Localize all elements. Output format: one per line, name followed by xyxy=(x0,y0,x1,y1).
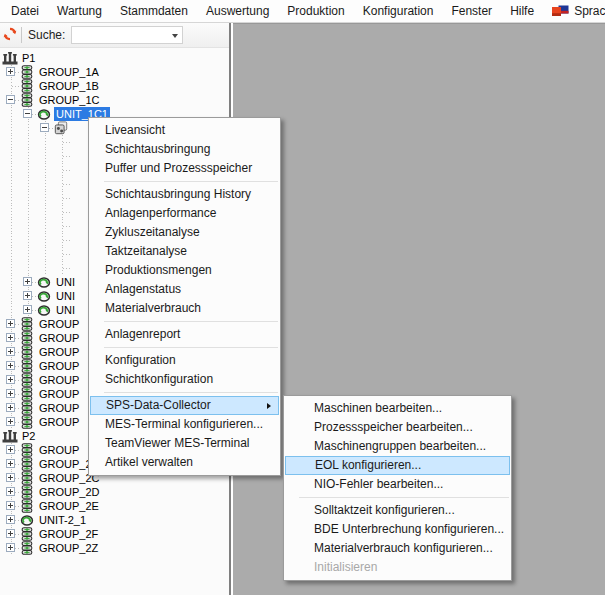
expand-icon[interactable] xyxy=(6,515,15,524)
refresh-icon[interactable] xyxy=(3,27,17,44)
menu-item-prozessspeicher-bearbeiten[interactable]: Prozessspeicher bearbeiten... xyxy=(284,418,511,437)
menu-item-anlagenperformance[interactable]: Anlagenperformance xyxy=(89,204,280,223)
menu-item-konfiguration[interactable]: Konfiguration xyxy=(89,351,280,370)
tree-node-p1[interactable]: P1 xyxy=(0,51,229,65)
expand-icon[interactable] xyxy=(6,445,15,454)
collapse-icon[interactable] xyxy=(6,95,15,104)
chevron-down-icon[interactable] xyxy=(172,34,178,38)
menu-item-nio-fehler-bearbeiten[interactable]: NIO-Fehler bearbeiten... xyxy=(284,475,511,494)
expand-icon[interactable] xyxy=(23,305,32,314)
tree-node-label: GROUP_2D xyxy=(37,485,102,499)
group-icon xyxy=(19,345,35,359)
tree-connector xyxy=(36,205,53,219)
tree-connector xyxy=(19,219,36,233)
expand-icon[interactable] xyxy=(6,501,15,510)
menubar-item-hilfe[interactable]: Hilfe xyxy=(501,1,543,21)
tree-node-unit-2_1[interactable]: UNIT-2_1 xyxy=(0,513,229,527)
tree-node-group_1c[interactable]: GROUP_1C xyxy=(0,93,229,107)
tree-node-group_2z[interactable]: GROUP_2Z xyxy=(0,541,229,555)
tree-connector xyxy=(19,121,36,135)
menubar-item-fenster[interactable]: Fenster xyxy=(442,1,501,21)
tree-connector xyxy=(53,205,70,219)
tree-connector xyxy=(2,359,19,373)
menubar-item-auswertung[interactable]: Auswertung xyxy=(197,1,278,21)
menu-item-maschinengruppen-bearbeiten[interactable]: Maschinengruppen bearbeiten... xyxy=(284,437,511,456)
tree-connector xyxy=(53,163,70,177)
tree-node-group_2e[interactable]: GROUP_2E xyxy=(0,499,229,513)
search-input[interactable] xyxy=(72,28,164,42)
expand-icon[interactable] xyxy=(6,333,15,342)
menu-item-sps-data-collector[interactable]: SPS-Data-Collector xyxy=(90,396,279,415)
menu-item-produktionsmengen[interactable]: Produktionsmengen xyxy=(89,261,280,280)
menubar-item-stammdaten[interactable]: Stammdaten xyxy=(111,1,197,21)
menu-item-materialverbrauch[interactable]: Materialverbrauch xyxy=(89,299,280,318)
group-icon xyxy=(19,331,35,345)
menu-item-artikel-verwalten[interactable]: Artikel verwalten xyxy=(89,453,280,472)
expand-icon[interactable] xyxy=(6,403,15,412)
expand-icon[interactable] xyxy=(6,543,15,552)
expand-icon[interactable] xyxy=(6,473,15,482)
tree-connector xyxy=(53,219,70,233)
expand-icon[interactable] xyxy=(6,375,15,384)
expand-icon[interactable] xyxy=(6,347,15,356)
tree-connector xyxy=(2,485,19,499)
expand-icon[interactable] xyxy=(23,277,32,286)
menu-item-schichtausbringung-history[interactable]: Schichtausbringung History xyxy=(89,185,280,204)
menubar-item-konfiguration[interactable]: Konfiguration xyxy=(354,1,443,21)
menu-item-materialverbrauch-konfigurieren[interactable]: Materialverbrauch konfigurieren... xyxy=(284,539,511,558)
menu-item-schichtausbringung[interactable]: Schichtausbringung xyxy=(89,140,280,159)
tree-connector xyxy=(36,191,53,205)
tree-node-label: GROUP xyxy=(37,373,81,387)
menu-item-anlagenstatus[interactable]: Anlagenstatus xyxy=(89,280,280,299)
group-icon xyxy=(19,443,35,457)
unit-icon xyxy=(36,107,52,121)
group-icon xyxy=(19,485,35,499)
expand-icon[interactable] xyxy=(6,67,15,76)
menu-item-liveansicht[interactable]: Liveansicht xyxy=(89,121,280,140)
expand-icon[interactable] xyxy=(6,529,15,538)
expand-icon[interactable] xyxy=(6,417,15,426)
tree-connector xyxy=(19,261,36,275)
expand-icon[interactable] xyxy=(23,291,32,300)
expand-icon[interactable] xyxy=(6,487,15,496)
menu-item-schichtkonfiguration[interactable]: Schichtkonfiguration xyxy=(89,370,280,389)
menu-item-zykluszeitanalyse[interactable]: Zykluszeitanalyse xyxy=(89,223,280,242)
tree-node-group_1b[interactable]: GROUP_1B xyxy=(0,79,229,93)
tree-node-label: GROUP_2Z xyxy=(37,541,100,555)
tree-connector xyxy=(2,65,19,79)
menubar-item-produktion[interactable]: Produktion xyxy=(278,1,353,21)
menu-item-eol-konfigurieren[interactable]: EOL konfigurieren... xyxy=(285,456,510,475)
tree-connector xyxy=(2,513,19,527)
tree-node-group_2f[interactable]: GROUP_2F xyxy=(0,527,229,541)
group-icon xyxy=(19,401,35,415)
tree-connector xyxy=(2,135,19,149)
expand-icon[interactable] xyxy=(6,459,15,468)
tree-connector xyxy=(19,163,36,177)
tree-connector xyxy=(2,415,19,429)
collapse-icon[interactable] xyxy=(23,109,32,118)
menu-item-mes-terminal-konfigurieren[interactable]: MES-Terminal konfigurieren... xyxy=(89,415,280,434)
menu-item-bde-unterbrechung-konfigurieren[interactable]: BDE Unterbrechung konfigurieren... xyxy=(284,520,511,539)
search-combobox[interactable] xyxy=(71,26,183,44)
menu-item-maschinen-bearbeiten[interactable]: Maschinen bearbeiten... xyxy=(284,399,511,418)
tree-connector xyxy=(2,79,19,93)
menu-item-solltaktzeit-konfigurieren[interactable]: Solltaktzeit konfigurieren... xyxy=(284,501,511,520)
group-icon xyxy=(19,527,35,541)
menubar-item-wartung[interactable]: Wartung xyxy=(48,1,111,21)
tree-connector xyxy=(2,401,19,415)
menu-item-puffer-und-prozessspeicher[interactable]: Puffer und Prozessspeicher xyxy=(89,159,280,178)
menu-item-anlagenreport[interactable]: Anlagenreport xyxy=(89,325,280,344)
expand-icon[interactable] xyxy=(6,389,15,398)
menu-item-teamviewer-mes-terminal[interactable]: TeamViewer MES-Terminal xyxy=(89,434,280,453)
collapse-icon[interactable] xyxy=(40,123,49,132)
expand-icon[interactable] xyxy=(6,361,15,370)
tree-node-label: UNI xyxy=(54,275,77,289)
menubar-item-sprache[interactable]: Sprache xyxy=(543,1,605,21)
menu-item-taktzeitanalyse[interactable]: Taktzeitanalyse xyxy=(89,242,280,261)
tree-node-group_1a[interactable]: GROUP_1A xyxy=(0,65,229,79)
menu-separator xyxy=(104,181,278,182)
tree-connector xyxy=(2,317,19,331)
expand-icon[interactable] xyxy=(6,319,15,328)
menubar-item-datei[interactable]: Datei xyxy=(2,1,48,21)
tree-node-group_2d[interactable]: GROUP_2D xyxy=(0,485,229,499)
